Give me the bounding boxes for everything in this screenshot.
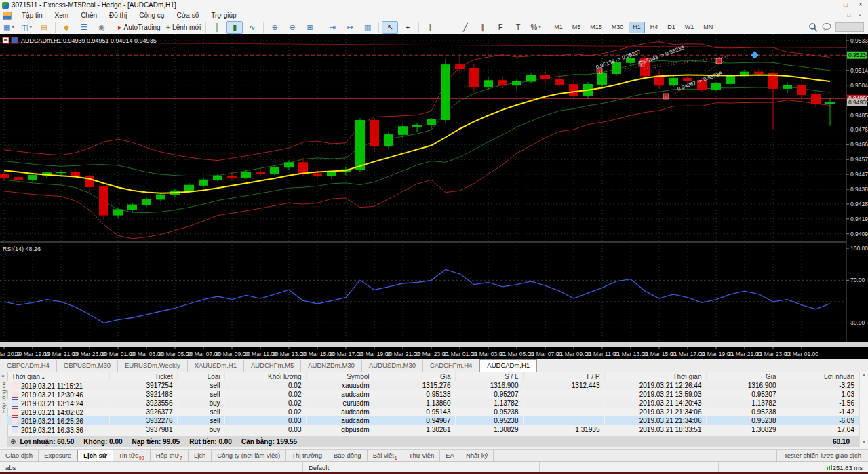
- market-watch-button[interactable]: ◆: [58, 21, 75, 34]
- line-chart-button[interactable]: ∿: [244, 21, 260, 34]
- bar-chart-button[interactable]: ║: [209, 21, 225, 34]
- history-center-button[interactable]: ▤: [36, 21, 52, 34]
- menu-item-xem[interactable]: Xem: [49, 11, 75, 20]
- column-header-6[interactable]: S / L: [455, 372, 523, 381]
- column-header-0[interactable]: Thời gian ▲: [7, 372, 109, 381]
- column-header-9[interactable]: Giá: [706, 372, 781, 381]
- menu-item-chèn[interactable]: Chèn: [75, 11, 103, 20]
- toolbox-tab-b-i-vi-t[interactable]: Bài viết1: [368, 450, 403, 462]
- crosshair-button[interactable]: +: [399, 21, 416, 34]
- timeframe-m5[interactable]: M5: [568, 22, 585, 33]
- toolbar-search-box[interactable]: [835, 22, 864, 32]
- timeframe-h1[interactable]: H1: [629, 22, 645, 33]
- cursor-button[interactable]: ↖: [382, 21, 398, 34]
- zoom-out-button[interactable]: ⊖: [284, 21, 300, 34]
- zoom-in-button[interactable]: ⊕: [267, 21, 283, 34]
- mdi-restore-icon[interactable]: □: [844, 12, 854, 20]
- profiles-button[interactable]: ◫▾: [18, 21, 35, 34]
- timeframe-m1[interactable]: M1: [550, 22, 567, 33]
- tester-tab[interactable]: Tester chiến lược giao dịch: [776, 450, 868, 462]
- symbol-tab-cadchfm-h4[interactable]: CADCHFm,H4: [423, 360, 479, 372]
- menu-item-đồ-thị[interactable]: Đồ thị: [103, 11, 133, 20]
- toolbox-tab-tin-t-c[interactable]: Tin tức99: [113, 450, 151, 462]
- chart-canvas[interactable]: ↓↓↓0.95138 -> 0.952070.95143 -> 0.952380…: [0, 34, 868, 359]
- arrows-button[interactable]: %▾: [528, 21, 544, 34]
- symbol-tab-eurusdm-weekly[interactable]: EURUSDm,Weekly: [118, 360, 188, 372]
- search-icon[interactable]: [808, 22, 818, 32]
- restore-icon[interactable]: □: [838, 1, 853, 9]
- close-icon[interactable]: ×: [1, 373, 5, 379]
- toolbox-tab-c-ng-ty-n-i-l-m-vi-c-[interactable]: Công ty (nơi làm việc): [212, 450, 286, 462]
- column-header-7[interactable]: T / P: [523, 372, 604, 381]
- trendline-button[interactable]: ╱: [457, 21, 473, 34]
- symbol-tab-audusdm-m30[interactable]: AUDUSDm,M30: [362, 360, 423, 372]
- symbol-tab-gbpusdm-m30[interactable]: GBPUSDm,M30: [57, 360, 118, 372]
- candlestick-button[interactable]: ▮: [226, 21, 243, 34]
- vertical-line-button[interactable]: |: [422, 21, 438, 34]
- menu-item-trợ-giúp[interactable]: Trợ giúp: [205, 11, 242, 20]
- toolbox-tab-b-o-ng[interactable]: Báo động: [328, 450, 368, 462]
- indicators-button[interactable]: ▥: [359, 21, 376, 34]
- scroll-down-icon[interactable]: ▼: [860, 439, 868, 444]
- symbol-tab-audchfm-m5[interactable]: AUDCHFm,M5: [244, 360, 301, 372]
- symbol-tab-xauusdm-h1[interactable]: XAUUSDm,H1: [188, 360, 244, 372]
- navigator-button[interactable]: ☰: [76, 21, 92, 34]
- column-header-10[interactable]: Lợi nhuận: [781, 372, 859, 381]
- mdi-minimize-icon[interactable]: –: [833, 12, 844, 20]
- column-header-4[interactable]: Symbol: [306, 372, 374, 381]
- column-header-5[interactable]: Giá: [374, 372, 455, 381]
- timeframe-d1[interactable]: D1: [663, 22, 679, 33]
- toolbox-tab-th-tr-ng[interactable]: Thị trường: [286, 450, 328, 462]
- table-row[interactable]: 2019.03.21 12:30:463921488sell0.02audcad…: [7, 390, 859, 399]
- timeframe-m30[interactable]: M30: [608, 22, 628, 33]
- new-chart-button[interactable]: ▦▾: [1, 21, 17, 34]
- chart-shift-button[interactable]: ↦: [342, 21, 358, 34]
- table-row[interactable]: 2019.03.21 11:15:213917254sell0.02xauusd…: [7, 381, 859, 390]
- symbol-tab-audnzdm-m30[interactable]: AUDNZDm,M30: [301, 360, 362, 372]
- table-row[interactable]: 2019.03.21 16:25:263932276sell0.03audcad…: [7, 416, 859, 425]
- table-row[interactable]: 2019.03.21 16:33:363937981buy0.03gbpusdm…: [7, 425, 859, 434]
- fibonacci-button[interactable]: F: [492, 21, 509, 34]
- new-order-button[interactable]: +Lệnh mới: [164, 21, 203, 34]
- price-tick-label: 0.94095: [850, 231, 868, 237]
- chart-area[interactable]: ↓↓↓0.95138 -> 0.952070.95143 -> 0.952380…: [0, 34, 868, 359]
- menu-item-công-cụ[interactable]: Công cụ: [133, 11, 170, 20]
- chart-hscroll-strip[interactable]: [0, 342, 868, 347]
- toolbox-tab-l-ch[interactable]: Lịch: [189, 450, 212, 462]
- column-header-1[interactable]: Ticket: [109, 372, 177, 381]
- timeframe-m15[interactable]: M15: [586, 22, 606, 33]
- horizontal-line-button[interactable]: —: [439, 21, 456, 34]
- toolbox-tab-h-p-th-[interactable]: Hộp thư7: [151, 450, 189, 462]
- toolbox-tab-l-ch-s-[interactable]: Lịch sử: [77, 450, 113, 462]
- close-icon[interactable]: ×: [853, 1, 868, 9]
- symbol-tab-gbpcadm-h4[interactable]: GBPCADm,H4: [0, 360, 57, 372]
- tile-windows-button[interactable]: ⊞: [302, 21, 318, 34]
- autotrading-button[interactable]: ▸AutoTrading: [116, 21, 163, 34]
- timeframe-w1[interactable]: W1: [681, 22, 698, 33]
- symbol-tab-audcadm-h1[interactable]: AUDCADm,H1: [479, 359, 537, 372]
- table-scrollbar[interactable]: ▲ ▼: [859, 372, 868, 447]
- mdi-close-icon[interactable]: ×: [854, 12, 865, 20]
- column-header-2[interactable]: Loại: [177, 372, 224, 381]
- chat-icon[interactable]: [821, 22, 832, 32]
- table-row[interactable]: 2019.03.21 13:14:243923556buy0.02eurusdm…: [7, 399, 859, 408]
- minimize-icon[interactable]: –: [823, 1, 838, 9]
- column-header-3[interactable]: Khối lượng: [224, 372, 306, 381]
- signals-button[interactable]: ◉: [94, 21, 110, 34]
- toolbox-tab-ea[interactable]: EA: [440, 450, 460, 462]
- text-button[interactable]: T: [510, 21, 526, 34]
- menu-item-cửa-sổ[interactable]: Cửa sổ: [170, 11, 205, 20]
- channel-button[interactable]: ∥: [475, 21, 491, 34]
- toolbox-tab-exposure[interactable]: Exposure: [39, 450, 77, 462]
- table-row[interactable]: 2019.03.21 14:02:023926377sell0.02audcad…: [7, 408, 859, 416]
- toolbox-tab-th-vi-n[interactable]: Thư viện: [403, 450, 441, 462]
- scroll-up-icon[interactable]: ▲: [860, 372, 868, 377]
- menu-item-tập-tin[interactable]: Tập tin: [16, 11, 49, 20]
- auto-scroll-button[interactable]: ⇥: [324, 21, 340, 34]
- timeframe-h4[interactable]: H4: [646, 22, 663, 33]
- toolbox-tab-giao-d-ch[interactable]: Giao dịch: [0, 450, 39, 462]
- toolbox-tab-nh-t-k-[interactable]: Nhật ký: [460, 450, 494, 462]
- column-header-8[interactable]: Thời gian: [604, 372, 706, 381]
- expand-icon[interactable]: ⊕: [10, 438, 16, 446]
- timeframe-mn[interactable]: MN: [699, 22, 717, 33]
